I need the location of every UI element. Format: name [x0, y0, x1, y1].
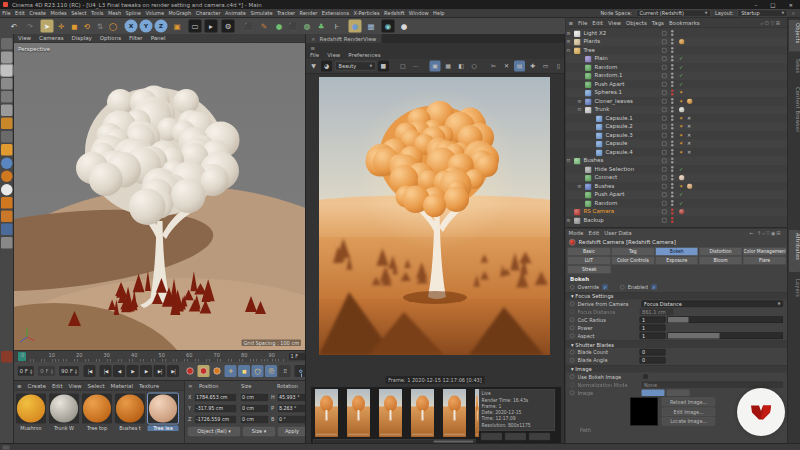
material-menu-create[interactable]: Create [25, 382, 49, 389]
redo-icon[interactable]: ↷ [24, 20, 37, 33]
layer-color-box[interactable] [662, 210, 667, 215]
render-settings-icon[interactable]: ⚙ [222, 20, 235, 33]
menu-character[interactable]: Character [194, 10, 223, 16]
coord-size-input[interactable]: 0 cm [240, 404, 269, 413]
object-name[interactable]: Capsule.3 [606, 132, 633, 139]
layer-color-box[interactable] [662, 99, 667, 104]
toggle-checkbox[interactable]: ✓ [651, 284, 657, 290]
layer-color-box[interactable] [662, 40, 667, 45]
object-row[interactable]: Random.1✓ [566, 72, 787, 81]
pixel-icon[interactable]: ▣ [430, 61, 441, 72]
visibility-dots[interactable] [671, 209, 674, 215]
object-menu-objects[interactable]: Objects [624, 20, 650, 27]
layer-color-box[interactable] [662, 31, 667, 36]
attribute-input[interactable]: 861.1 cm [640, 308, 674, 315]
object-menu-edit[interactable]: Edit [590, 20, 606, 27]
layer-color-box[interactable] [662, 176, 667, 181]
make-editable-icon[interactable] [1, 51, 13, 63]
axis-mode-icon[interactable] [1, 144, 13, 156]
object-name[interactable]: Push Apart [595, 191, 625, 198]
filmstrip-thumb[interactable] [443, 389, 466, 437]
next-frame-button[interactable]: ▶ [140, 365, 152, 377]
pen-tool-icon[interactable] [1, 38, 13, 50]
visibility-dots[interactable] [671, 30, 674, 36]
next-key-button[interactable]: ▶| [154, 365, 166, 377]
visibility-dots[interactable] [671, 39, 674, 45]
menu-redshift[interactable]: Redshift [382, 10, 407, 16]
key-param-button[interactable]: Ⓟ [265, 365, 277, 377]
scale-icon[interactable]: ◼ [68, 20, 81, 33]
tab-color-controls[interactable]: Color Controls [611, 257, 654, 265]
object-row[interactable]: Capsule.4✶✕ [566, 148, 787, 157]
material-burger-icon[interactable]: ≡ [14, 382, 25, 389]
material-menu-material[interactable]: Material [108, 382, 136, 389]
expand-toggle-icon[interactable]: ⊞ [578, 184, 582, 189]
object-name[interactable]: Plants [584, 38, 601, 45]
constraint-icon[interactable]: Ⱶ [331, 20, 344, 33]
material-menu-select[interactable]: Select [85, 382, 108, 389]
tab-tag[interactable]: Tag [611, 248, 654, 256]
edit-image-button[interactable]: Edit Image... [662, 407, 715, 416]
autokey-button[interactable] [198, 365, 210, 377]
material-thumb[interactable] [16, 394, 46, 424]
object-name[interactable]: Capsule.2 [606, 123, 633, 130]
object-row[interactable]: Hide Selection✓ [566, 165, 787, 174]
maximize-button[interactable]: □ [770, 1, 775, 8]
visibility-dots[interactable] [671, 192, 674, 198]
prev-key-button[interactable]: |◀ [100, 365, 112, 377]
object-name[interactable]: Capsule.4 [606, 149, 633, 156]
snapshot-button-3[interactable] [529, 433, 550, 440]
key-position-button[interactable]: ✛ [225, 365, 237, 377]
coord-rotation-input[interactable]: 0 ° [277, 415, 306, 424]
viewport-menu-filter[interactable]: Filter [125, 35, 147, 42]
coord-system-icon[interactable]: ▣ [171, 20, 184, 33]
visibility-dots[interactable] [671, 107, 674, 113]
tab-streak[interactable]: Streak [568, 266, 612, 274]
material-thumb[interactable] [49, 394, 79, 424]
layer-color-box[interactable] [662, 159, 667, 164]
panel-tab-content-browser[interactable]: Content Browser [789, 84, 800, 144]
material-menu-texture[interactable]: Texture [136, 382, 162, 389]
layout-dropdown[interactable]: Startup▼ [738, 9, 788, 17]
object-row[interactable]: Random✓ [566, 63, 787, 72]
key-rotation-button[interactable]: ◯ [252, 365, 264, 377]
object-row[interactable]: ⊞Bushes✶ [566, 182, 787, 191]
expand-toggle-icon[interactable]: ⊟ [567, 48, 571, 53]
attribute-menu-user-data[interactable]: User Data [602, 230, 634, 237]
add-cube-icon[interactable]: ⬛ [243, 20, 256, 33]
layer-color-box[interactable] [662, 57, 667, 62]
goto-end-button[interactable]: ▶| [167, 365, 179, 377]
viewport-menu-cameras[interactable]: Cameras [35, 35, 67, 42]
search-icon[interactable]: ⌕ [792, 10, 795, 17]
object-name[interactable]: Trunk [595, 106, 610, 113]
frame-field[interactable]: 0 F▲▼ [38, 366, 56, 377]
material-menu-view[interactable]: View [66, 382, 85, 389]
object-row[interactable]: Spheres.1✶ [566, 89, 787, 98]
coord-rotation-input[interactable]: 8.263 ° [277, 404, 306, 413]
key-scale-button[interactable]: ◼ [238, 365, 250, 377]
menu-x-particles[interactable]: X-Particles [351, 10, 382, 16]
light-icon[interactable]: ● [398, 20, 411, 33]
object-row[interactable]: ⊞Cloner_leaves✶ [566, 97, 787, 106]
attribute-input[interactable]: 1 [640, 316, 666, 323]
wire-sphere-icon[interactable]: ◍ [301, 20, 314, 33]
filmstrip-thumb[interactable] [475, 389, 479, 437]
object-row[interactable]: Capsule.1✶✕ [566, 114, 787, 123]
menu-animate[interactable]: Animate [223, 10, 248, 16]
menu-tracker[interactable]: Tracker [275, 10, 298, 16]
layers-icon[interactable]: ▤ [514, 61, 525, 72]
layer-color-box[interactable] [662, 184, 667, 189]
attribute-menu-mode[interactable]: Mode [566, 230, 586, 237]
workplane-icon[interactable] [1, 91, 13, 103]
tab-distortion[interactable]: Distortion [699, 248, 742, 256]
tab-bloom[interactable]: Bloom [699, 257, 742, 265]
pen-icon[interactable]: ✎ [258, 20, 271, 33]
monitor-icon[interactable]: ▭ [540, 61, 551, 72]
visibility-dots[interactable] [671, 81, 674, 87]
coord-size-input[interactable]: 0 cm [240, 393, 269, 402]
filmstrip-thumb[interactable] [379, 389, 402, 437]
filmstrip-thumb[interactable] [411, 389, 434, 437]
axis-x-button[interactable]: X [125, 20, 138, 33]
object-row[interactable]: RS Camera [566, 208, 787, 217]
zoom-dropdown[interactable]: ··· [410, 61, 421, 72]
